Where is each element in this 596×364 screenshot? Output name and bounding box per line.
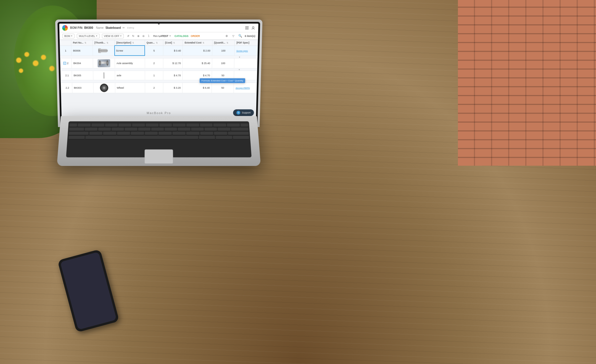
col-header-quantity[interactable]: Quan... ⇅ (145, 40, 163, 46)
description-2-2[interactable]: Wheel (115, 83, 145, 93)
description-2-1[interactable]: axle (115, 71, 145, 80)
cost-2-2[interactable]: $ 3.20 (163, 83, 183, 93)
row-num-2-1: 2.1 (60, 71, 72, 80)
col-header-description[interactable]: [Description] ⇅ (114, 40, 145, 46)
view-is-off-menu-button[interactable]: VIEW IS OFF ▼ (102, 34, 124, 38)
description-1[interactable]: Screw (115, 46, 145, 56)
header-icons (245, 25, 255, 30)
row-num-2: ✓ 2 (60, 58, 72, 68)
toolbar-action-icons: ↺ ↻ ⊕ ⊖ ⤵ (126, 34, 151, 38)
svg-rect-1 (245, 28, 249, 28)
spacer-row-2: ▼ (60, 68, 257, 71)
axle-assembly-thumbnail (97, 59, 110, 67)
cost-2-1[interactable]: $ 4.70 (163, 71, 183, 80)
settings-button[interactable]: ⚙ (224, 34, 229, 38)
thumb-1 (93, 46, 115, 56)
quantity-min-2[interactable]: 100 (212, 58, 234, 68)
formula-tooltip: Formula: Extended Cost = Cost * Quantity (200, 78, 245, 83)
touchpad[interactable] (144, 149, 173, 164)
col-header-cost[interactable]: [Cost] ⇅ (163, 40, 183, 46)
quantity-min-1[interactable]: 100 (212, 46, 235, 56)
pdf-spec-2 (234, 58, 257, 68)
user-profile-button[interactable] (251, 25, 255, 30)
editing-status: Editing (127, 27, 134, 29)
wheel-thumbnail (100, 84, 109, 92)
support-icon: ↻ (236, 111, 240, 115)
quantity-2[interactable]: 2 (145, 58, 163, 68)
pdf-spec-1[interactable]: Screw spec (234, 46, 258, 56)
filter-button[interactable]: ▽ (231, 34, 236, 38)
bom-name-value: Skateboard (106, 26, 121, 30)
app-header: BOM P/N: BK000 Name: Skateboard ✏ Editin… (59, 23, 258, 32)
multi-level-menu-button[interactable]: MULTI-LEVEL ▼ (77, 34, 100, 38)
svg-point-3 (252, 26, 254, 28)
quantity-min-2-2[interactable]: 50 (212, 83, 234, 93)
extended-cost-2-2[interactable]: $ 6.40 (183, 83, 212, 93)
axle-thumbnail (100, 72, 108, 79)
extended-cost-1[interactable]: $ 2.00 (183, 46, 212, 56)
col-header-num[interactable] (60, 40, 71, 46)
bom-menu-button[interactable]: BOM ▼ (62, 34, 75, 38)
part-num-2-1[interactable]: BK005 (72, 71, 93, 80)
quantity-2-1[interactable]: 1 (145, 71, 163, 80)
table-row: ✓ 2 BK004 (60, 58, 257, 68)
col-header-pdf-spec[interactable]: [PDF Spec] (234, 40, 258, 46)
rev-label: Rev LATEST ▼ (153, 35, 171, 37)
thumb-2-2 (93, 83, 115, 93)
svg-rect-0 (245, 26, 249, 27)
laptop-container: BOM P/N: BK000 Name: Skateboard ✏ Editin… (58, 22, 260, 166)
laptop-screen-outer: BOM P/N: BK000 Name: Skateboard ✏ Editin… (55, 20, 263, 127)
col-header-quantity-min[interactable]: [Quantit... ⇅ (212, 40, 234, 46)
bom-pn-value: BK000 (84, 26, 93, 30)
redo-button[interactable]: ↻ (131, 34, 136, 38)
bom-table: Part Nu... ⇅ [Thumb... ⇅ [Description] (60, 40, 258, 93)
item-count: 6 item(s) (245, 35, 255, 37)
svg-rect-2 (245, 29, 249, 29)
hamburger-menu-button[interactable] (245, 25, 249, 30)
pdf-spec-2-2[interactable]: dscope-RBRN (234, 83, 257, 93)
laptop-camera (158, 23, 160, 24)
app-screen: BOM P/N: BK000 Name: Skateboard ✏ Editin… (59, 23, 258, 123)
cost-1[interactable]: $ 0.40 (163, 46, 183, 56)
catalogs-button[interactable]: CATALOGS (175, 35, 188, 37)
table-row: 2.2 BK003 Wheel 2 (61, 83, 257, 93)
part-num-1[interactable]: B0006 (71, 46, 93, 56)
app-logo (62, 25, 68, 31)
support-button[interactable]: ↻ Support (233, 109, 254, 116)
spacer-row-1: ▼ (60, 56, 257, 58)
delete-row-button[interactable]: ⊖ (141, 34, 146, 38)
col-header-partnum[interactable]: Part Nu... ⇅ (71, 40, 93, 46)
row-num-2-2: 2.2 (61, 83, 72, 93)
thumb-2-1 (93, 71, 115, 80)
search-button[interactable]: 🔍 (238, 34, 243, 38)
screw-thumbnail (98, 47, 109, 55)
indent-button[interactable]: ⤵ (146, 34, 151, 38)
table-row: 1 B0006 (60, 46, 258, 56)
macbook-brand-label: MacBook Pro (147, 111, 171, 115)
screen-bezel: BOM P/N: BK000 Name: Skateboard ✏ Editin… (57, 22, 260, 125)
cost-2[interactable]: $ 12.70 (163, 58, 183, 68)
col-header-thumb[interactable]: [Thumb... ⇅ (93, 40, 115, 46)
part-num-2-2[interactable]: BK003 (72, 83, 94, 93)
bom-table-area: Part Nu... ⇅ [Thumb... ⇅ [Description] (60, 40, 258, 123)
description-2[interactable]: Axle assembly (115, 58, 145, 68)
row-2-checkbox[interactable]: ✓ (63, 62, 66, 65)
edit-pencil-icon[interactable]: ✏ (123, 26, 125, 30)
name-label: Name: (96, 26, 104, 30)
quantity-1[interactable]: 5 (145, 46, 163, 56)
app-toolbar: BOM ▼ MULTI-LEVEL ▼ VIEW IS OFF ▼ (59, 32, 258, 40)
bom-pn-label: BOM P/N: (70, 26, 83, 30)
header-title: BOM P/N: BK000 Name: Skateboard ✏ Editin… (70, 26, 242, 30)
part-num-2[interactable]: BK004 (72, 58, 93, 68)
add-row-button[interactable]: ⊕ (136, 34, 141, 38)
col-header-extended-cost[interactable]: Extended Cost ⇅ (183, 40, 212, 46)
undo-button[interactable]: ↺ (126, 34, 131, 38)
row-num-1: 1 (60, 46, 71, 56)
thumb-2 (93, 58, 115, 68)
brick-wall-decoration (458, 0, 596, 166)
extended-cost-2[interactable]: $ 25.40 (183, 58, 212, 68)
table-header-row: Part Nu... ⇅ [Thumb... ⇅ [Description] (60, 40, 258, 46)
laptop-base (57, 116, 261, 166)
order-button[interactable]: ORDER (191, 35, 200, 37)
quantity-2-2[interactable]: 2 (145, 83, 163, 93)
